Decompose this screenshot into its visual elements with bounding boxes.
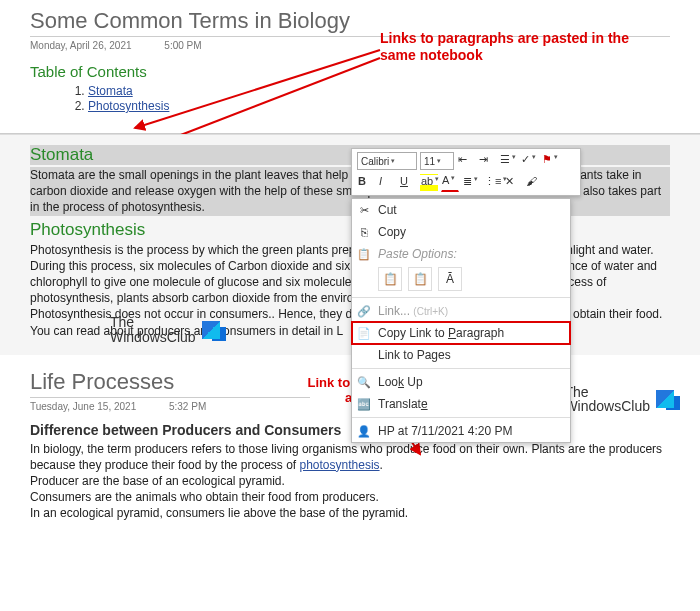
todo-icon[interactable]: ✓ bbox=[520, 152, 538, 170]
annotation-1: Links to paragraphs are pasted in the sa… bbox=[380, 30, 660, 64]
top-note-panel: Links to paragraphs are pasted in the sa… bbox=[0, 0, 700, 134]
bold-icon[interactable]: B bbox=[357, 174, 375, 192]
paste-merge[interactable]: 📋 bbox=[408, 267, 432, 291]
toc-link-stomata[interactable]: Stomata bbox=[88, 84, 133, 98]
bottom-note-panel: Link to paragraph is pasted in another n… bbox=[0, 355, 700, 542]
menu-look-up[interactable]: 🔍Look Up bbox=[352, 371, 570, 393]
scissors-icon: ✂ bbox=[356, 202, 372, 218]
menu-translate[interactable]: 🔤Translate bbox=[352, 393, 570, 415]
italic-icon[interactable]: I bbox=[378, 174, 396, 192]
link-icon: 🔗 bbox=[356, 303, 372, 319]
copy-icon: ⎘ bbox=[356, 224, 372, 240]
bottom-para-1[interactable]: In biology, the term producers refers to… bbox=[30, 441, 670, 473]
toc-link-photosynthesis[interactable]: Photosynthesis bbox=[88, 99, 169, 113]
search-icon: 🔍 bbox=[356, 374, 372, 390]
menu-link-to-pages[interactable]: Link to Pages bbox=[352, 344, 570, 366]
number-list-icon[interactable]: ⋮≡ bbox=[483, 174, 501, 192]
menu-paste-options-label: 📋Paste Options: bbox=[352, 243, 570, 265]
flag-icon[interactable]: ⚑ bbox=[541, 152, 559, 170]
bottom-para-3[interactable]: Consumers are the animals who obtain the… bbox=[30, 489, 670, 505]
paste-options-row: 📋 📋 Ā bbox=[352, 265, 570, 295]
indent-icon[interactable]: ⇥ bbox=[478, 152, 496, 170]
bullets-icon[interactable]: ☰ bbox=[499, 152, 517, 170]
menu-copy[interactable]: ⎘Copy bbox=[352, 221, 570, 243]
paste-keep-format[interactable]: 📋 bbox=[378, 267, 402, 291]
menu-copy-link-paragraph[interactable]: 📄Copy Link to Paragraph bbox=[352, 322, 570, 344]
page-time-2: 5:32 PM bbox=[169, 401, 206, 412]
toc-heading: Table of Contents bbox=[30, 63, 670, 80]
menu-author-stamp[interactable]: 👤HP at 7/11/2021 4:20 PM bbox=[352, 420, 570, 442]
context-popup: Calibri 11 ⇤ ⇥ ☰ ✓ ⚑ B I U ab A ≣ ⋮≡ ✕ 🖌… bbox=[351, 148, 581, 443]
menu-link[interactable]: 🔗Link... (Ctrl+K) bbox=[352, 300, 570, 322]
bottom-para-2[interactable]: Producer are the base of an ecological p… bbox=[30, 473, 670, 489]
mini-toolbar: Calibri 11 ⇤ ⇥ ☰ ✓ ⚑ B I U ab A ≣ ⋮≡ ✕ 🖌 bbox=[351, 148, 581, 196]
windowsclub-logo: TheWindowsClub bbox=[110, 315, 226, 344]
highlight-icon[interactable]: ab bbox=[420, 174, 438, 192]
link-photosynthesis[interactable]: photosynthesis bbox=[300, 458, 380, 472]
page-date-2: Tuesday, June 15, 2021 bbox=[30, 401, 136, 412]
page-time: 5:00 PM bbox=[164, 40, 201, 51]
font-picker[interactable]: Calibri bbox=[357, 152, 417, 170]
menu-cut[interactable]: ✂Cut bbox=[352, 199, 570, 221]
underline-icon[interactable]: U bbox=[399, 174, 417, 192]
paste-text-only[interactable]: Ā bbox=[438, 267, 462, 291]
format-painter-icon[interactable]: 🖌 bbox=[525, 174, 543, 192]
page-date: Monday, April 26, 2021 bbox=[30, 40, 132, 51]
person-icon: 👤 bbox=[356, 423, 372, 439]
paragraph-link-icon: 📄 bbox=[356, 325, 372, 341]
clipboard-icon: 📋 bbox=[356, 246, 372, 262]
font-size[interactable]: 11 bbox=[420, 152, 454, 170]
bottom-para-4[interactable]: In an ecological pyramid, consumers lie … bbox=[30, 505, 670, 521]
outdent-icon[interactable]: ⇤ bbox=[457, 152, 475, 170]
windowsclub-logo-2: TheWindowsClub bbox=[564, 385, 680, 414]
font-color-icon[interactable]: A bbox=[441, 173, 459, 192]
context-menu: ✂Cut ⎘Copy 📋Paste Options: 📋 📋 Ā 🔗Link..… bbox=[351, 198, 571, 443]
clear-format-icon[interactable]: ✕ bbox=[504, 174, 522, 192]
page-title-2[interactable]: Life Processes bbox=[30, 369, 310, 398]
content-block: Stomata Stomata are the small openings i… bbox=[0, 134, 700, 355]
toc-list: Stomata Photosynthesis bbox=[48, 84, 670, 113]
logo-square-icon bbox=[202, 321, 220, 339]
logo-square-icon bbox=[656, 390, 674, 408]
bullet-list-icon[interactable]: ≣ bbox=[462, 174, 480, 192]
translate-icon: 🔤 bbox=[356, 396, 372, 412]
